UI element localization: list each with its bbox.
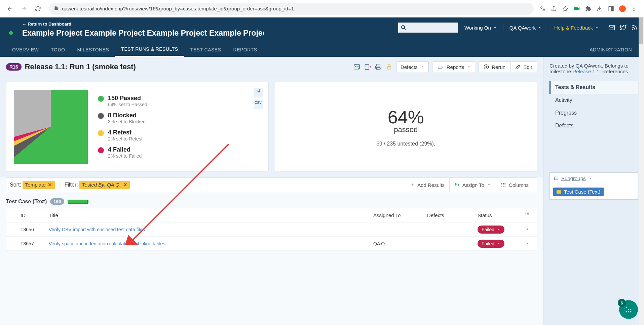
row-checkbox[interactable] xyxy=(10,227,15,232)
untested-summary: 69 / 235 untested (29%). xyxy=(376,141,435,147)
svg-point-3 xyxy=(634,6,635,7)
scrollbar-track[interactable] xyxy=(639,17,644,325)
cell-id: T3656 xyxy=(21,227,49,232)
page-bar: R16 Release 1.1: Run 1 (smoke test) Defe… xyxy=(0,57,543,76)
support-widget[interactable]: 6 xyxy=(619,300,638,319)
col-header-title[interactable]: Title xyxy=(49,212,373,218)
col-header-status[interactable]: Status xyxy=(478,212,521,218)
col-header-id[interactable]: ID xyxy=(21,212,49,218)
panel-icon[interactable] xyxy=(608,5,614,12)
app-logo-icon[interactable] xyxy=(6,28,15,38)
translate-icon[interactable] xyxy=(539,5,546,12)
subgroup-chip[interactable]: Test Case (Text) xyxy=(553,188,604,196)
lock-run-icon[interactable] xyxy=(385,63,393,71)
chevron-down-icon xyxy=(589,177,592,180)
tab-reports[interactable]: REPORTS xyxy=(227,43,263,56)
legend-dot-icon xyxy=(98,130,104,136)
defects-dropdown[interactable]: Defects xyxy=(396,62,429,72)
cell-title-link[interactable]: Verify CSV import with enclosed test dat… xyxy=(49,227,373,232)
group-header: Test Case (Text) 166 xyxy=(0,192,543,208)
row-checkbox[interactable] xyxy=(10,241,15,246)
run-badge: R16 xyxy=(6,63,22,71)
working-on-menu[interactable]: Working On xyxy=(462,24,499,32)
address-bar[interactable]: qawerk.testrail.io/index.php?/runs/view/… xyxy=(49,3,534,15)
subscribe-icon[interactable] xyxy=(353,63,361,71)
passed-percent-value: 64% xyxy=(376,107,435,127)
sort-label: Sort: xyxy=(10,182,21,188)
filter-pill[interactable]: Tested By: QA Q.✕ xyxy=(79,181,130,189)
print-icon[interactable] xyxy=(375,63,382,71)
results-toolbar: Sort: Template✕ Filter: Tested By: QA Q.… xyxy=(6,177,537,192)
row-expand-icon[interactable] xyxy=(521,241,533,246)
mail-icon[interactable] xyxy=(608,24,615,31)
reload-button[interactable] xyxy=(32,3,44,14)
column-settings-icon[interactable] xyxy=(521,212,533,218)
download-chart-icon[interactable]: 📊↓ xyxy=(254,88,263,97)
user-menu[interactable]: QA QAwerk xyxy=(507,24,544,32)
pie-legend: 150 Passed64% set to Passed 8 Blocked3% … xyxy=(98,95,147,159)
chevron-down-icon xyxy=(493,26,497,30)
scrollbar-thumb[interactable] xyxy=(639,17,643,44)
sidenav-tests-results[interactable]: Tests & Results xyxy=(550,81,638,94)
sidenav-progress[interactable]: Progress xyxy=(550,107,638,119)
divider xyxy=(503,24,503,31)
global-search-input[interactable] xyxy=(398,22,458,33)
export-icon[interactable] xyxy=(364,63,371,71)
columns-button[interactable]: Columns xyxy=(496,177,533,192)
tab-milestones[interactable]: MILESTONES xyxy=(71,43,115,56)
col-header-assigned[interactable]: Assigned To xyxy=(373,212,427,218)
rss-icon[interactable] xyxy=(631,24,638,31)
remove-filter-icon[interactable]: ✕ xyxy=(123,182,127,188)
assign-to-dropdown[interactable]: Assign To xyxy=(449,177,496,192)
tab-overview[interactable]: OVERVIEW xyxy=(6,43,45,56)
svg-rect-25 xyxy=(626,311,627,313)
browser-toolbar: qawerk.testrail.io/index.php?/runs/view/… xyxy=(0,0,644,17)
rerun-button[interactable]: Rerun xyxy=(479,62,510,72)
extension-orange-icon[interactable] xyxy=(619,5,626,12)
twitter-icon[interactable] xyxy=(620,24,627,31)
download-icon[interactable] xyxy=(596,5,603,12)
download-csv-icon[interactable]: CSV↓ xyxy=(254,100,263,109)
extensions-icon[interactable] xyxy=(585,5,592,12)
add-results-button[interactable]: Add Results xyxy=(405,177,449,192)
table-header-row: ID Title Assigned To Defects Status xyxy=(6,208,537,222)
svg-rect-22 xyxy=(555,177,558,180)
remove-sort-icon[interactable]: ✕ xyxy=(48,182,52,188)
subgroups-header[interactable]: Subgroups xyxy=(550,173,638,184)
status-pill[interactable]: Failed xyxy=(478,240,504,248)
results-table: ID Title Assigned To Defects Status T365… xyxy=(6,208,537,251)
chevron-down-icon xyxy=(420,65,424,69)
cell-assigned: QA Q. xyxy=(373,241,427,246)
forward-button[interactable] xyxy=(18,3,30,14)
chevron-down-icon xyxy=(497,242,500,245)
chevron-down-icon xyxy=(497,228,500,231)
row-expand-icon[interactable] xyxy=(521,227,533,232)
star-icon[interactable] xyxy=(562,5,569,12)
reports-dropdown[interactable]: Reports xyxy=(432,62,476,72)
filter-label: Filter: xyxy=(65,182,78,188)
status-pill[interactable]: Failed xyxy=(478,226,504,234)
svg-rect-12 xyxy=(387,67,391,69)
return-to-dashboard-link[interactable]: ← Return to Dashboard xyxy=(22,22,264,27)
tab-administration[interactable]: ADMINISTRATION xyxy=(583,43,638,56)
tab-todo[interactable]: TODO xyxy=(45,43,71,56)
col-header-defects[interactable]: Defects xyxy=(427,212,478,218)
back-button[interactable] xyxy=(4,3,15,14)
extension-camera-icon[interactable] xyxy=(573,5,580,12)
sort-pill[interactable]: Template✕ xyxy=(23,181,55,189)
kebab-menu-icon[interactable] xyxy=(631,5,637,12)
select-all-checkbox[interactable] xyxy=(10,213,15,218)
edit-button[interactable]: Edit xyxy=(510,62,537,72)
tab-test-cases[interactable]: TEST CASES xyxy=(184,43,227,56)
sidenav-activity[interactable]: Activity xyxy=(550,94,638,107)
chevron-down-icon xyxy=(595,26,599,30)
support-badge: 6 xyxy=(618,299,626,307)
milestone-link[interactable]: Release 1.1 xyxy=(572,69,599,74)
cell-title-link[interactable]: Verify space and indentation calculation… xyxy=(49,241,373,246)
share-icon[interactable] xyxy=(551,5,557,12)
tab-test-runs[interactable]: TEST RUNS & RESULTS xyxy=(115,42,184,57)
sidenav-defects[interactable]: Defects xyxy=(550,119,638,132)
help-feedback-menu[interactable]: Help & Feedback xyxy=(552,24,601,32)
chevron-down-icon xyxy=(538,26,542,30)
run-meta: Created by QA QAwerk. Belongs to milesto… xyxy=(550,63,638,74)
